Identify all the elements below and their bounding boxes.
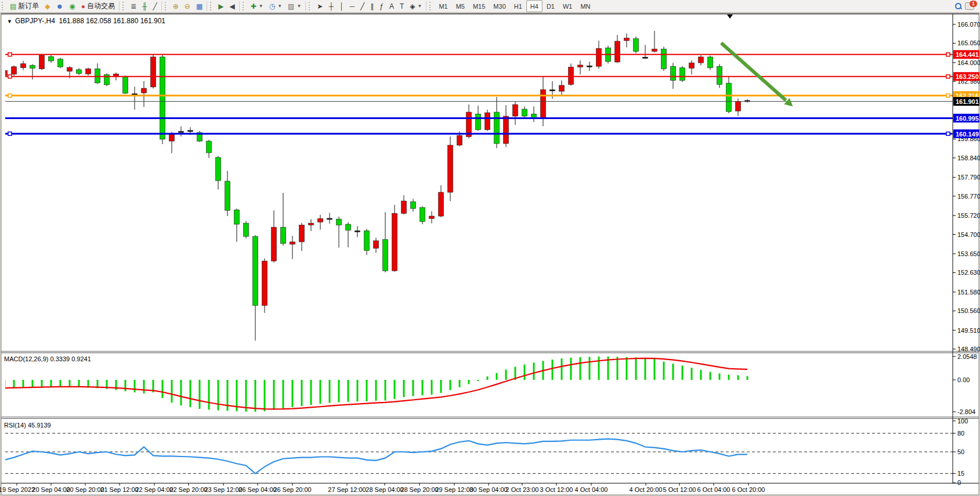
timeframe-m30[interactable]: M30 bbox=[489, 0, 509, 12]
timeframe-d1[interactable]: D1 bbox=[543, 0, 559, 12]
time-tick-label: 2 Oct 23:00 bbox=[506, 486, 539, 493]
line-handle[interactable] bbox=[8, 75, 12, 78]
candle-body bbox=[717, 66, 722, 84]
time-tick-label: 22 Sep 04:00 bbox=[135, 486, 173, 493]
time-tick-label: 19 Sep 2022 bbox=[0, 486, 35, 493]
timeframe-h4[interactable]: H4 bbox=[526, 0, 543, 12]
candle-body bbox=[726, 83, 732, 112]
chevron-down-icon: ▼ bbox=[259, 3, 263, 9]
new-order-icon: ▤ bbox=[10, 3, 16, 10]
candle-body bbox=[281, 227, 286, 243]
horizontal-line-button[interactable]: ─ bbox=[346, 0, 357, 12]
line-chart-button[interactable]: ╱ bbox=[150, 0, 160, 12]
shapes-button[interactable]: ◈▼ bbox=[407, 0, 425, 12]
new-order-button[interactable]: ▤新订单 bbox=[7, 0, 42, 12]
candle-body bbox=[699, 57, 704, 63]
auto-trading-button-label: 自动交易 bbox=[87, 1, 115, 11]
candle-body bbox=[485, 113, 490, 130]
signals-button[interactable]: ◉ bbox=[66, 0, 78, 12]
cursor-button[interactable]: ➤ bbox=[314, 0, 326, 12]
chart-shift-button[interactable]: ◀ bbox=[226, 0, 237, 12]
zoom-out-button[interactable]: ⊖ bbox=[182, 0, 193, 12]
price-tick-label: 151.580 bbox=[957, 289, 980, 296]
rsi-indicator-label: RSI(14) 45.9139 bbox=[4, 422, 51, 429]
time-tick-label: 28 Sep 04:00 bbox=[366, 486, 403, 493]
price-tick-label: 165.050 bbox=[957, 39, 980, 46]
toolbar-separator bbox=[239, 1, 240, 11]
zoom-in-button[interactable]: ⊕ bbox=[170, 0, 182, 12]
metaeditor-button[interactable]: ◆ bbox=[42, 0, 53, 12]
channel-button[interactable]: ∥ bbox=[367, 0, 377, 12]
new-order-button-label: 新订单 bbox=[18, 1, 39, 11]
template-icon: ▧ bbox=[288, 3, 294, 10]
candle-body bbox=[411, 202, 416, 209]
candle-body bbox=[179, 131, 184, 132]
vertical-line-icon: │ bbox=[339, 3, 344, 10]
candle-body bbox=[309, 223, 314, 225]
candle-body bbox=[21, 64, 26, 68]
fibonacci-button[interactable]: ƒ bbox=[377, 0, 386, 12]
toolbar-grip bbox=[122, 2, 126, 10]
candle-body bbox=[550, 90, 555, 91]
candle-body bbox=[346, 224, 351, 230]
auto-scroll-button[interactable]: ▶ bbox=[215, 0, 226, 12]
macd-tick-label: 0.00 bbox=[957, 376, 970, 383]
mt4-window: ▤新订单◆☻◉●自动交易≣╫╱⊕⊖▦▶◀✚▼◷▼▧▼➤┼│─╱∥ƒAT◈▼M1M… bbox=[0, 0, 980, 496]
line-handle[interactable] bbox=[946, 132, 950, 135]
tile-windows-button[interactable]: ▦ bbox=[193, 0, 205, 12]
chart-canvas[interactable]: 166.070165.050164.000162.980159.860158.8… bbox=[0, 12, 980, 496]
candle-body bbox=[58, 59, 63, 67]
candle-body bbox=[559, 85, 565, 91]
svg-text:163.250: 163.250 bbox=[956, 73, 979, 80]
line-handle[interactable] bbox=[8, 94, 12, 98]
text-button[interactable]: A bbox=[386, 0, 397, 12]
trendline-button[interactable]: ╱ bbox=[357, 0, 367, 12]
line-handle[interactable] bbox=[946, 75, 950, 78]
bar-chart-icon: ≣ bbox=[131, 3, 136, 10]
crosshair-button[interactable]: ┼ bbox=[326, 0, 337, 12]
auto-trading-button[interactable]: ●自动交易 bbox=[78, 0, 118, 12]
line-handle[interactable] bbox=[8, 53, 12, 56]
market-watch-button[interactable]: ☻ bbox=[53, 0, 67, 12]
notifications-icon[interactable]: 1 bbox=[965, 2, 974, 10]
symbol-dropdown-icon[interactable]: ▼ bbox=[7, 19, 12, 24]
bar-chart-button[interactable]: ≣ bbox=[128, 0, 139, 12]
add-indicator-button[interactable]: ✚▼ bbox=[248, 0, 266, 12]
timeframe-m5[interactable]: M5 bbox=[452, 0, 469, 12]
periods-button[interactable]: ◷▼ bbox=[266, 0, 285, 12]
candle-body bbox=[39, 55, 45, 69]
timeframe-w1[interactable]: W1 bbox=[559, 0, 577, 12]
chart-window[interactable]: 166.070165.050164.000162.980159.860158.8… bbox=[0, 12, 980, 496]
candle-body bbox=[225, 181, 230, 210]
timeframe-mn[interactable]: MN bbox=[576, 0, 594, 12]
symbol-period-label: GBPJPY-,H4 bbox=[15, 17, 55, 25]
candle-body bbox=[457, 135, 462, 145]
cursor-icon: ➤ bbox=[317, 3, 323, 10]
templates-button[interactable]: ▧▼ bbox=[285, 0, 304, 12]
zoom-in-icon: ⊕ bbox=[173, 3, 179, 10]
text-label-button[interactable]: T bbox=[397, 0, 407, 12]
timeframe-h1[interactable]: H1 bbox=[510, 0, 526, 12]
svg-text:160.149: 160.149 bbox=[956, 131, 979, 138]
time-tick-label: 29 Sep 12:00 bbox=[435, 486, 473, 493]
candlestick-button[interactable]: ╫ bbox=[139, 0, 150, 12]
timeframe-m15[interactable]: M15 bbox=[469, 0, 489, 12]
line-handle[interactable] bbox=[8, 132, 12, 135]
candle-body bbox=[569, 67, 574, 84]
line-handle[interactable] bbox=[946, 53, 950, 56]
text-icon: A bbox=[389, 3, 394, 10]
candle-body bbox=[318, 218, 323, 222]
toolbar-separator bbox=[305, 1, 306, 11]
time-tick-label: 20 Sep 04:00 bbox=[32, 486, 70, 493]
candle-body bbox=[253, 236, 258, 305]
candle-body bbox=[671, 66, 676, 80]
candle-body bbox=[337, 219, 342, 225]
candle-body bbox=[142, 88, 147, 93]
time-tick-label: 20 Sep 20:00 bbox=[66, 486, 104, 493]
vertical-line-button[interactable]: │ bbox=[337, 0, 347, 12]
line-handle[interactable] bbox=[946, 94, 950, 98]
search-icon[interactable] bbox=[955, 3, 961, 9]
toolbar-grip bbox=[429, 2, 433, 10]
timeframe-m1[interactable]: M1 bbox=[435, 0, 451, 12]
candle-body bbox=[522, 109, 527, 116]
